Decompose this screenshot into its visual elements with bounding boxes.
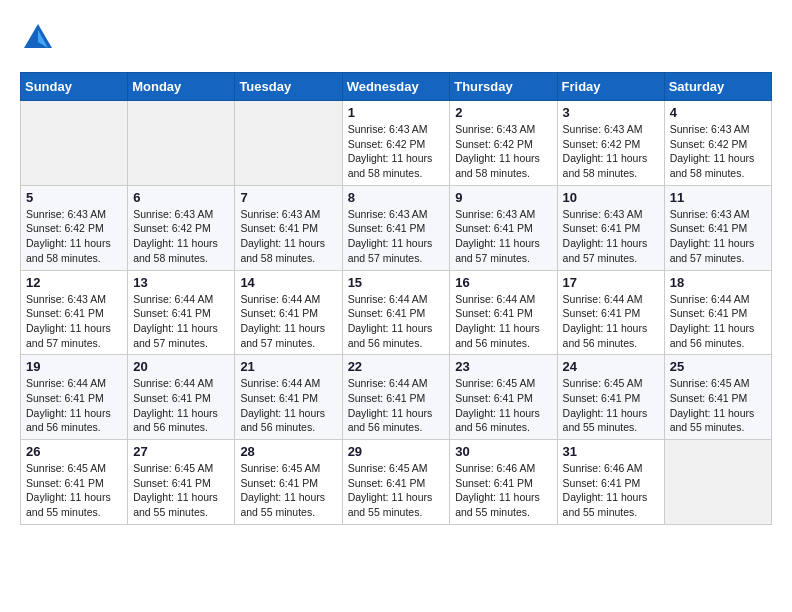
day-cell: 19Sunrise: 6:44 AM Sunset: 6:41 PM Dayli…: [21, 355, 128, 440]
day-number: 25: [670, 359, 766, 374]
week-row-5: 26Sunrise: 6:45 AM Sunset: 6:41 PM Dayli…: [21, 440, 772, 525]
day-info: Sunrise: 6:43 AM Sunset: 6:42 PM Dayligh…: [670, 122, 766, 181]
header: [20, 20, 772, 56]
day-number: 11: [670, 190, 766, 205]
day-cell: 21Sunrise: 6:44 AM Sunset: 6:41 PM Dayli…: [235, 355, 342, 440]
day-number: 27: [133, 444, 229, 459]
day-number: 13: [133, 275, 229, 290]
day-cell: 10Sunrise: 6:43 AM Sunset: 6:41 PM Dayli…: [557, 185, 664, 270]
day-number: 26: [26, 444, 122, 459]
day-cell: 20Sunrise: 6:44 AM Sunset: 6:41 PM Dayli…: [128, 355, 235, 440]
day-cell: 12Sunrise: 6:43 AM Sunset: 6:41 PM Dayli…: [21, 270, 128, 355]
header-row: SundayMondayTuesdayWednesdayThursdayFrid…: [21, 73, 772, 101]
day-cell: 9Sunrise: 6:43 AM Sunset: 6:41 PM Daylig…: [450, 185, 557, 270]
week-row-2: 5Sunrise: 6:43 AM Sunset: 6:42 PM Daylig…: [21, 185, 772, 270]
day-info: Sunrise: 6:43 AM Sunset: 6:42 PM Dayligh…: [563, 122, 659, 181]
day-info: Sunrise: 6:44 AM Sunset: 6:41 PM Dayligh…: [455, 292, 551, 351]
day-cell: 16Sunrise: 6:44 AM Sunset: 6:41 PM Dayli…: [450, 270, 557, 355]
day-info: Sunrise: 6:44 AM Sunset: 6:41 PM Dayligh…: [133, 376, 229, 435]
day-info: Sunrise: 6:46 AM Sunset: 6:41 PM Dayligh…: [563, 461, 659, 520]
day-cell: 18Sunrise: 6:44 AM Sunset: 6:41 PM Dayli…: [664, 270, 771, 355]
column-header-thursday: Thursday: [450, 73, 557, 101]
day-info: Sunrise: 6:46 AM Sunset: 6:41 PM Dayligh…: [455, 461, 551, 520]
day-number: 24: [563, 359, 659, 374]
day-cell: 28Sunrise: 6:45 AM Sunset: 6:41 PM Dayli…: [235, 440, 342, 525]
day-info: Sunrise: 6:43 AM Sunset: 6:42 PM Dayligh…: [455, 122, 551, 181]
day-info: Sunrise: 6:43 AM Sunset: 6:41 PM Dayligh…: [26, 292, 122, 351]
day-cell: [664, 440, 771, 525]
day-cell: 23Sunrise: 6:45 AM Sunset: 6:41 PM Dayli…: [450, 355, 557, 440]
column-header-friday: Friday: [557, 73, 664, 101]
day-info: Sunrise: 6:44 AM Sunset: 6:41 PM Dayligh…: [240, 376, 336, 435]
day-number: 16: [455, 275, 551, 290]
day-cell: 3Sunrise: 6:43 AM Sunset: 6:42 PM Daylig…: [557, 101, 664, 186]
day-number: 29: [348, 444, 445, 459]
week-row-3: 12Sunrise: 6:43 AM Sunset: 6:41 PM Dayli…: [21, 270, 772, 355]
day-number: 12: [26, 275, 122, 290]
day-number: 3: [563, 105, 659, 120]
day-info: Sunrise: 6:45 AM Sunset: 6:41 PM Dayligh…: [455, 376, 551, 435]
day-cell: [21, 101, 128, 186]
day-info: Sunrise: 6:45 AM Sunset: 6:41 PM Dayligh…: [348, 461, 445, 520]
week-row-4: 19Sunrise: 6:44 AM Sunset: 6:41 PM Dayli…: [21, 355, 772, 440]
day-cell: 5Sunrise: 6:43 AM Sunset: 6:42 PM Daylig…: [21, 185, 128, 270]
day-cell: 25Sunrise: 6:45 AM Sunset: 6:41 PM Dayli…: [664, 355, 771, 440]
day-info: Sunrise: 6:44 AM Sunset: 6:41 PM Dayligh…: [240, 292, 336, 351]
day-cell: 7Sunrise: 6:43 AM Sunset: 6:41 PM Daylig…: [235, 185, 342, 270]
day-number: 7: [240, 190, 336, 205]
week-row-1: 1Sunrise: 6:43 AM Sunset: 6:42 PM Daylig…: [21, 101, 772, 186]
day-number: 4: [670, 105, 766, 120]
day-info: Sunrise: 6:45 AM Sunset: 6:41 PM Dayligh…: [240, 461, 336, 520]
day-info: Sunrise: 6:45 AM Sunset: 6:41 PM Dayligh…: [133, 461, 229, 520]
day-number: 30: [455, 444, 551, 459]
day-number: 21: [240, 359, 336, 374]
day-info: Sunrise: 6:44 AM Sunset: 6:41 PM Dayligh…: [348, 376, 445, 435]
day-number: 9: [455, 190, 551, 205]
day-info: Sunrise: 6:43 AM Sunset: 6:41 PM Dayligh…: [455, 207, 551, 266]
day-number: 5: [26, 190, 122, 205]
day-info: Sunrise: 6:45 AM Sunset: 6:41 PM Dayligh…: [670, 376, 766, 435]
day-info: Sunrise: 6:44 AM Sunset: 6:41 PM Dayligh…: [348, 292, 445, 351]
day-number: 2: [455, 105, 551, 120]
day-number: 20: [133, 359, 229, 374]
day-number: 23: [455, 359, 551, 374]
day-number: 19: [26, 359, 122, 374]
day-number: 6: [133, 190, 229, 205]
day-info: Sunrise: 6:43 AM Sunset: 6:41 PM Dayligh…: [240, 207, 336, 266]
day-cell: 22Sunrise: 6:44 AM Sunset: 6:41 PM Dayli…: [342, 355, 450, 440]
day-cell: 31Sunrise: 6:46 AM Sunset: 6:41 PM Dayli…: [557, 440, 664, 525]
day-cell: 29Sunrise: 6:45 AM Sunset: 6:41 PM Dayli…: [342, 440, 450, 525]
column-header-wednesday: Wednesday: [342, 73, 450, 101]
day-cell: 27Sunrise: 6:45 AM Sunset: 6:41 PM Dayli…: [128, 440, 235, 525]
day-number: 10: [563, 190, 659, 205]
day-info: Sunrise: 6:44 AM Sunset: 6:41 PM Dayligh…: [670, 292, 766, 351]
day-info: Sunrise: 6:44 AM Sunset: 6:41 PM Dayligh…: [133, 292, 229, 351]
day-cell: 4Sunrise: 6:43 AM Sunset: 6:42 PM Daylig…: [664, 101, 771, 186]
day-number: 18: [670, 275, 766, 290]
column-header-monday: Monday: [128, 73, 235, 101]
day-info: Sunrise: 6:45 AM Sunset: 6:41 PM Dayligh…: [563, 376, 659, 435]
day-cell: 8Sunrise: 6:43 AM Sunset: 6:41 PM Daylig…: [342, 185, 450, 270]
day-info: Sunrise: 6:43 AM Sunset: 6:42 PM Dayligh…: [133, 207, 229, 266]
day-number: 15: [348, 275, 445, 290]
day-number: 28: [240, 444, 336, 459]
day-number: 17: [563, 275, 659, 290]
day-cell: [128, 101, 235, 186]
day-info: Sunrise: 6:43 AM Sunset: 6:42 PM Dayligh…: [348, 122, 445, 181]
day-cell: 13Sunrise: 6:44 AM Sunset: 6:41 PM Dayli…: [128, 270, 235, 355]
day-cell: 24Sunrise: 6:45 AM Sunset: 6:41 PM Dayli…: [557, 355, 664, 440]
day-info: Sunrise: 6:43 AM Sunset: 6:41 PM Dayligh…: [670, 207, 766, 266]
day-info: Sunrise: 6:43 AM Sunset: 6:41 PM Dayligh…: [348, 207, 445, 266]
day-info: Sunrise: 6:43 AM Sunset: 6:41 PM Dayligh…: [563, 207, 659, 266]
day-info: Sunrise: 6:43 AM Sunset: 6:42 PM Dayligh…: [26, 207, 122, 266]
column-header-tuesday: Tuesday: [235, 73, 342, 101]
day-cell: 15Sunrise: 6:44 AM Sunset: 6:41 PM Dayli…: [342, 270, 450, 355]
column-header-sunday: Sunday: [21, 73, 128, 101]
column-header-saturday: Saturday: [664, 73, 771, 101]
logo-icon: [20, 20, 56, 56]
day-number: 8: [348, 190, 445, 205]
day-cell: 14Sunrise: 6:44 AM Sunset: 6:41 PM Dayli…: [235, 270, 342, 355]
day-cell: 1Sunrise: 6:43 AM Sunset: 6:42 PM Daylig…: [342, 101, 450, 186]
day-info: Sunrise: 6:44 AM Sunset: 6:41 PM Dayligh…: [26, 376, 122, 435]
day-cell: 6Sunrise: 6:43 AM Sunset: 6:42 PM Daylig…: [128, 185, 235, 270]
